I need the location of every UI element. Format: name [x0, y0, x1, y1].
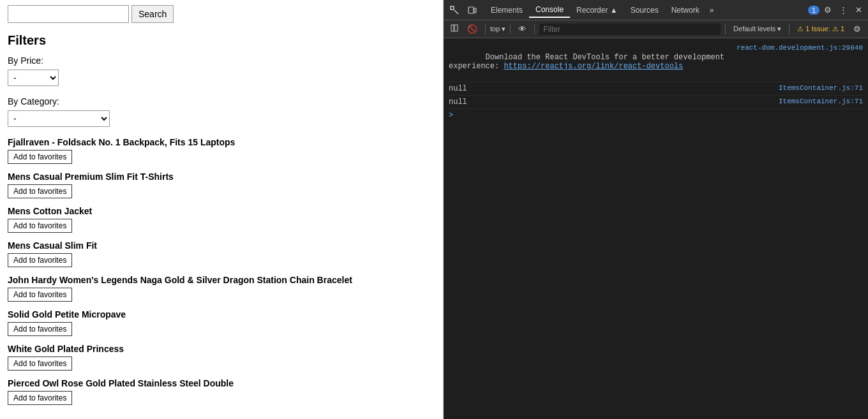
product-item: Pierced Owl Rose Gold Plated Stainless S…: [8, 378, 435, 410]
tab-recorder[interactable]: Recorder ▲: [570, 3, 624, 17]
top-right-icons: 1 ⚙ ⋮ ✕: [808, 4, 865, 16]
product-item: John Hardy Women's Legends Naga Gold & S…: [8, 275, 435, 307]
svg-rect-3: [474, 8, 476, 13]
search-input[interactable]: [8, 5, 129, 23]
console-file-ref-react[interactable]: react-dom.development.js:29840: [737, 44, 863, 52]
svg-line-1: [454, 10, 458, 14]
react-devtools-link[interactable]: https://reactjs.org/link/react-devtools: [504, 62, 683, 71]
add-to-favorites-button[interactable]: Add to favorites: [8, 184, 72, 198]
default-levels-btn[interactable]: Default levels ▾: [730, 24, 784, 34]
product-item: Mens Casual Premium Slim Fit T-ShirtsAdd…: [8, 172, 435, 203]
product-name: White Gold Plated Princess: [8, 344, 435, 354]
product-item: White Gold Plated PrincessAdd to favorit…: [8, 344, 435, 376]
inspect-icon-btn[interactable]: [446, 4, 463, 17]
tab-network[interactable]: Network: [665, 3, 706, 17]
devtools-more-btn[interactable]: ⋮: [836, 4, 851, 16]
console-message-text: Download the React DevTools for a better…: [449, 44, 731, 80]
console-clear-btn[interactable]: 🚫: [464, 23, 481, 35]
devtools-topbar: Elements Console Recorder ▲ Sources Netw…: [444, 0, 868, 20]
toolbar-divider-2: [510, 24, 511, 34]
svg-rect-4: [451, 25, 454, 31]
console-output: Download the React DevTools for a better…: [444, 38, 868, 419]
null-file-ref-1[interactable]: ItemsContainer.js:71: [779, 84, 863, 93]
price-filter-label: By Price:: [8, 55, 435, 66]
add-to-favorites-button[interactable]: Add to favorites: [8, 253, 72, 267]
svg-rect-0: [451, 6, 454, 10]
product-name: Pierced Owl Rose Gold Plated Stainless S…: [8, 378, 435, 388]
product-name: Solid Gold Petite Micropave: [8, 309, 435, 320]
console-arrow-prompt[interactable]: >: [449, 109, 863, 122]
product-name: Mens Casual Slim Fit: [8, 240, 435, 251]
devtools-close-btn[interactable]: ✕: [852, 4, 865, 16]
toolbar-divider-3: [534, 24, 535, 34]
devtools-tabs-row: Elements Console Recorder ▲ Sources Netw…: [482, 3, 807, 18]
top-frame-label: top ▾: [490, 25, 505, 33]
console-sidebar-toggle[interactable]: [447, 23, 461, 35]
console-message-react: Download the React DevTools for a better…: [449, 42, 863, 82]
price-filter-section: By Price: - 0-50 50-100 100-200 200+: [8, 55, 435, 86]
category-filter-section: By Category: - Electronics Clothing Jewe…: [8, 96, 435, 127]
console-filter-input[interactable]: [539, 24, 721, 35]
add-to-favorites-button[interactable]: Add to favorites: [8, 322, 72, 336]
product-name: Mens Cotton Jacket: [8, 206, 435, 216]
issue-badge: ⚠ 1 Issue: ⚠ 1: [794, 24, 848, 34]
null-value-2: null: [449, 98, 467, 107]
tab-console[interactable]: Console: [529, 3, 570, 18]
svg-rect-5: [454, 25, 458, 31]
product-name: John Hardy Women's Legends Naga Gold & S…: [8, 275, 435, 285]
toolbar-divider-4: [725, 24, 726, 34]
devtools-panel: Elements Console Recorder ▲ Sources Netw…: [444, 0, 868, 419]
console-eye-btn[interactable]: 👁: [515, 23, 530, 35]
tab-sources[interactable]: Sources: [624, 3, 665, 17]
console-settings-btn[interactable]: ⚙: [850, 23, 864, 35]
add-to-favorites-button[interactable]: Add to favorites: [8, 219, 72, 233]
more-tabs-btn[interactable]: »: [706, 3, 718, 17]
react-devtools-msg: Download the React DevTools for a better…: [449, 53, 729, 71]
add-to-favorites-button[interactable]: Add to favorites: [8, 357, 72, 371]
price-filter-select[interactable]: - 0-50 50-100 100-200 200+: [8, 70, 59, 86]
add-to-favorites-button[interactable]: Add to favorites: [8, 150, 72, 164]
tab-elements[interactable]: Elements: [484, 3, 529, 17]
category-filter-label: By Category:: [8, 96, 435, 107]
product-item: Fjallraven - Foldsack No. 1 Backpack, Fi…: [8, 137, 435, 169]
app-panel: Search Filters By Price: - 0-50 50-100 1…: [0, 0, 444, 419]
products-list: Fjallraven - Foldsack No. 1 Backpack, Fi…: [8, 137, 435, 410]
category-filter-select[interactable]: - Electronics Clothing Jewelry Bags: [8, 110, 110, 127]
device-icon-btn[interactable]: [464, 4, 481, 17]
product-name: Mens Casual Premium Slim Fit T-Shirts: [8, 172, 435, 182]
devtools-settings-btn[interactable]: ⚙: [821, 4, 835, 16]
search-bar: Search: [8, 5, 435, 23]
add-to-favorites-button[interactable]: Add to favorites: [8, 288, 72, 302]
toolbar-divider: [485, 24, 486, 34]
null-value-1: null: [449, 84, 467, 93]
console-toolbar: 🚫 top ▾ 👁 Default levels ▾ ⚠ 1 Issue: ⚠ …: [444, 20, 868, 38]
product-item: Solid Gold Petite MicropaveAdd to favori…: [8, 309, 435, 341]
add-to-favorites-button[interactable]: Add to favorites: [8, 391, 72, 405]
search-button[interactable]: Search: [131, 5, 174, 23]
product-item: Mens Cotton JacketAdd to favorites: [8, 206, 435, 238]
null-file-ref-2[interactable]: ItemsContainer.js:71: [779, 98, 863, 107]
svg-rect-2: [468, 7, 474, 13]
console-null-row-2: null ItemsContainer.js:71: [449, 96, 863, 109]
filters-title: Filters: [8, 33, 435, 48]
toolbar-divider-5: [789, 24, 789, 34]
product-item: Mens Casual Slim FitAdd to favorites: [8, 240, 435, 272]
product-name: Fjallraven - Foldsack No. 1 Backpack, Fi…: [8, 137, 435, 147]
console-null-row-1: null ItemsContainer.js:71: [449, 82, 863, 96]
issues-badge: 1: [808, 6, 819, 15]
